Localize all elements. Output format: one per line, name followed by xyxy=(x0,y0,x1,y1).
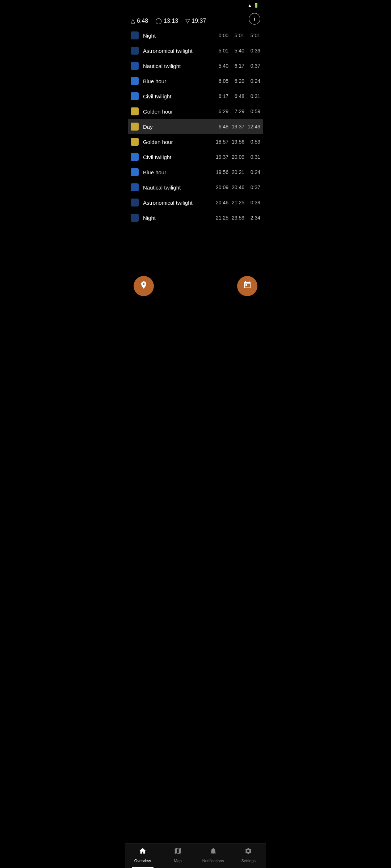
status-bar: ▲ 🔋 xyxy=(125,0,266,9)
location-icon xyxy=(139,281,148,292)
row-duration: 12:49 xyxy=(244,124,260,129)
row-end-time: 19:37 xyxy=(228,124,244,129)
row-duration: 0:37 xyxy=(244,184,260,190)
table-row: Night 0:00 5:01 5:01 xyxy=(128,28,263,43)
table-row: Night 21:25 23:59 2:34 xyxy=(128,210,263,225)
row-end-time: 5:01 xyxy=(228,33,244,38)
row-end-time: 6:17 xyxy=(228,63,244,69)
row-start-time: 20:09 xyxy=(213,184,228,190)
row-end-time: 7:29 xyxy=(228,109,244,114)
row-label: Nautical twilight xyxy=(143,63,213,69)
solar-noon-time: 13:13 xyxy=(164,18,178,24)
sunset-icon: ▽ xyxy=(185,17,190,24)
row-color-dot xyxy=(131,62,139,70)
row-start-time: 0:00 xyxy=(213,33,228,38)
twilight-table: Night 0:00 5:01 5:01 Astronomical twilig… xyxy=(125,28,266,225)
row-color-dot xyxy=(131,199,139,207)
row-color-dot xyxy=(131,138,139,146)
row-end-time: 20:09 xyxy=(228,154,244,160)
location-fab[interactable] xyxy=(134,276,154,296)
solar-noon-icon: ◯ xyxy=(155,17,162,24)
row-duration: 2:34 xyxy=(244,215,260,221)
row-duration: 0:24 xyxy=(244,169,260,175)
row-label: Astronomical twilight xyxy=(143,48,213,54)
table-row: Civil twilight 6:17 6:48 0:31 xyxy=(128,89,263,104)
row-start-time: 18:57 xyxy=(213,139,228,145)
row-color-dot xyxy=(131,123,139,131)
row-start-time: 21:25 xyxy=(213,215,228,221)
row-label: Civil twilight xyxy=(143,93,213,99)
row-duration: 0:59 xyxy=(244,109,260,114)
row-color-dot xyxy=(131,183,139,191)
row-end-time: 20:46 xyxy=(228,184,244,190)
status-right: ▲ 🔋 xyxy=(248,3,260,8)
calendar-fab[interactable] xyxy=(237,276,257,296)
row-start-time: 19:37 xyxy=(213,154,228,160)
row-end-time: 19:56 xyxy=(228,139,244,145)
row-end-time: 5:40 xyxy=(228,48,244,54)
row-duration: 5:01 xyxy=(244,33,260,38)
row-color-dot xyxy=(131,168,139,176)
row-duration: 0:39 xyxy=(244,48,260,54)
row-duration: 0:31 xyxy=(244,93,260,99)
row-label: Nautical twilight xyxy=(143,184,213,191)
row-start-time: 6:05 xyxy=(213,78,228,84)
solar-noon-item: ◯ 13:13 xyxy=(155,17,178,24)
fab-container xyxy=(125,276,266,296)
table-row: Golden hour 18:57 19:56 0:59 xyxy=(128,134,263,149)
info-button[interactable]: i xyxy=(249,13,260,25)
row-start-time: 6:17 xyxy=(213,93,228,99)
table-row: Nautical twilight 5:40 6:17 0:37 xyxy=(128,58,263,73)
sunset-item: ▽ 19:37 xyxy=(185,17,206,24)
row-label: Golden hour xyxy=(143,139,213,145)
row-start-time: 6:48 xyxy=(213,124,228,129)
row-label: Blue hour xyxy=(143,169,213,175)
row-color-dot xyxy=(131,31,139,39)
sunrise-item: △ 6:48 xyxy=(131,17,148,24)
calendar-icon xyxy=(243,281,252,292)
row-color-dot xyxy=(131,47,139,55)
row-label: Civil twilight xyxy=(143,154,213,160)
row-color-dot xyxy=(131,77,139,85)
table-row: Astronomical twilight 5:01 5:40 0:39 xyxy=(128,43,263,58)
row-end-time: 6:29 xyxy=(228,78,244,84)
row-start-time: 5:01 xyxy=(213,48,228,54)
row-end-time: 23:59 xyxy=(228,215,244,221)
table-row: Blue hour 6:05 6:29 0:24 xyxy=(128,73,263,89)
row-duration: 0:39 xyxy=(244,200,260,205)
row-duration: 0:37 xyxy=(244,63,260,69)
row-start-time: 6:29 xyxy=(213,109,228,114)
row-label: Day xyxy=(143,124,213,130)
row-color-dot xyxy=(131,153,139,161)
sunrise-icon: △ xyxy=(131,17,135,24)
table-row: Civil twilight 19:37 20:09 0:31 xyxy=(128,149,263,165)
row-duration: 0:24 xyxy=(244,78,260,84)
row-start-time: 5:40 xyxy=(213,63,228,69)
header: i xyxy=(125,9,266,15)
wifi-icon: ▲ xyxy=(248,3,252,8)
row-color-dot xyxy=(131,214,139,222)
row-label: Astronomical twilight xyxy=(143,200,213,206)
row-start-time: 20:46 xyxy=(213,200,228,205)
row-color-dot xyxy=(131,107,139,115)
row-duration: 0:31 xyxy=(244,154,260,160)
row-start-time: 19:56 xyxy=(213,169,228,175)
row-end-time: 6:48 xyxy=(228,93,244,99)
row-label: Night xyxy=(143,215,213,221)
table-row: Astronomical twilight 20:46 21:25 0:39 xyxy=(128,195,263,210)
sun-times-row: △ 6:48 ◯ 13:13 ▽ 19:37 xyxy=(125,15,266,28)
table-row: Golden hour 6:29 7:29 0:59 xyxy=(128,104,263,119)
row-duration: 0:59 xyxy=(244,139,260,145)
table-row: Blue hour 19:56 20:21 0:24 xyxy=(128,165,263,180)
row-label: Golden hour xyxy=(143,109,213,115)
row-label: Blue hour xyxy=(143,78,213,84)
battery-icon: 🔋 xyxy=(253,3,259,8)
info-icon: i xyxy=(254,16,255,22)
row-label: Night xyxy=(143,33,213,39)
table-row: Nautical twilight 20:09 20:46 0:37 xyxy=(128,180,263,195)
row-end-time: 20:21 xyxy=(228,169,244,175)
row-end-time: 21:25 xyxy=(228,200,244,205)
table-row: Day 6:48 19:37 12:49 xyxy=(128,119,263,134)
row-color-dot xyxy=(131,92,139,100)
sunrise-time: 6:48 xyxy=(137,18,148,24)
